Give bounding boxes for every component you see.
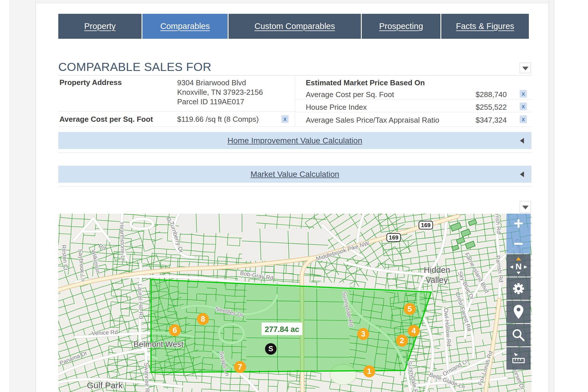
svg-text:7: 7: [238, 363, 242, 371]
avg-cost-value: $119.66 /sq ft (8 Comps): [177, 115, 259, 124]
remove-estimate-button[interactable]: x: [520, 103, 527, 110]
gear-icon: [511, 281, 526, 296]
estimate-row-label: Average Cost per Sq. Foot: [306, 90, 394, 99]
page-gutter-left: [9, 0, 36, 392]
svg-text:277.84 ac: 277.84 ac: [265, 325, 299, 334]
estimate-row-value: $288,740: [444, 90, 507, 99]
place-label: Belmont West: [134, 340, 183, 349]
svg-text:5: 5: [407, 305, 412, 313]
tab-prospecting[interactable]: Prospecting: [361, 14, 440, 39]
comp-marker-3[interactable]: 3: [357, 328, 369, 340]
location-button[interactable]: [506, 301, 531, 323]
svg-text:Wilkinson: Wilkinson: [90, 249, 101, 274]
avg-cost-label: Average Cost per Sq. Foot: [59, 115, 153, 124]
row-divider: [58, 111, 295, 111]
comp-marker-8[interactable]: 8: [197, 313, 209, 325]
measure-button[interactable]: [506, 347, 531, 370]
acreage-label: 277.84 ac: [262, 323, 302, 335]
svg-text:1: 1: [367, 367, 371, 376]
page-title: COMPARABLE SALES FOR: [58, 60, 211, 74]
comp-marker-1[interactable]: 1: [363, 365, 375, 377]
tab-facts-figures[interactable]: Facts & Figures: [440, 14, 529, 39]
svg-text:Rd: Rd: [98, 242, 107, 251]
home-improvement-label: Home Improvement Value Calculation: [58, 132, 531, 149]
estimate-row-value: $347,324: [444, 116, 507, 125]
comp-marker-2[interactable]: 2: [396, 335, 408, 347]
tab-bar: Property Comparables Custom Comparables …: [58, 14, 531, 39]
route-shield: 169: [419, 221, 433, 229]
property-address-value: 9304 Briarwood Blvd Knoxville, TN 37923-…: [177, 78, 263, 107]
svg-text:4: 4: [411, 327, 416, 335]
comp-marker-6[interactable]: 6: [169, 324, 181, 336]
tab-custom-comparables[interactable]: Custom Comparables: [228, 14, 361, 39]
search-map-button[interactable]: [506, 324, 531, 346]
zoom-control: + −: [506, 214, 531, 254]
svg-text:Laurel-Hill-Rd: Laurel-Hill-Rd: [137, 284, 144, 319]
page-top-strip: [36, 0, 549, 3]
svg-text:Dr: Dr: [165, 217, 173, 224]
place-label: Hidden: [424, 265, 450, 275]
svg-text:3: 3: [361, 330, 365, 338]
settings-button[interactable]: [506, 277, 531, 300]
row-divider: [295, 112, 531, 112]
svg-text:S: S: [268, 345, 273, 353]
property-address-label: Property Address: [59, 78, 122, 87]
comparables-map[interactable]: Middlebrook Pike NWBob-Gray RdSunnydale …: [58, 214, 531, 392]
page-gutter-right: [549, 0, 554, 392]
compass-control[interactable]: ◂ N ▸: [506, 254, 531, 277]
chevron-down-icon: [522, 206, 529, 209]
row-divider: [295, 99, 531, 99]
place-label: Valley: [426, 275, 448, 285]
svg-text:169: 169: [389, 234, 398, 241]
remove-estimate-button[interactable]: x: [520, 115, 527, 123]
route-shield: 169: [387, 233, 401, 242]
chevron-down-icon: [522, 67, 529, 70]
table-bottom-divider: [58, 126, 531, 127]
market-value-section[interactable]: Market Value Calculation: [58, 166, 531, 183]
svg-text:169: 169: [421, 222, 430, 228]
collapse-map-button[interactable]: [520, 201, 531, 213]
map-canvas: Middlebrook Pike NWBob-Gray RdSunnydale …: [58, 214, 531, 392]
subject-marker[interactable]: S: [265, 343, 276, 355]
tab-property[interactable]: Property: [58, 14, 142, 39]
market-value-label: Market Value Calculation: [58, 166, 531, 183]
estimate-row-label: Average Sales Price/Tax Appraisal Ratio: [306, 116, 439, 125]
comp-marker-7[interactable]: 7: [234, 361, 246, 373]
rotate-up-icon: [516, 257, 521, 260]
ruler-icon: [510, 350, 527, 366]
collapse-sales-button[interactable]: [520, 63, 531, 73]
tab-comparables[interactable]: Comparables: [142, 14, 228, 39]
location-pin-icon: [512, 304, 525, 319]
home-improvement-section[interactable]: Home Improvement Value Calculation: [58, 132, 531, 149]
estimate-row-value: $255,522: [444, 103, 507, 112]
rotate-down-icon: [517, 272, 521, 274]
zoom-in-button[interactable]: +: [506, 214, 531, 233]
section-divider: [58, 152, 531, 153]
remove-estimate-button[interactable]: x: [520, 90, 527, 98]
comp-marker-5[interactable]: 5: [404, 303, 416, 315]
map-toolbar: + − ◂ N ▸: [506, 214, 531, 370]
svg-text:6: 6: [173, 326, 177, 335]
section-divider: [58, 186, 531, 186]
svg-text:8: 8: [201, 315, 205, 323]
chevron-left-icon: [520, 171, 524, 177]
place-label: Gulf Park: [87, 381, 123, 390]
svg-text:Parrish Rd: Parrish Rd: [494, 214, 502, 234]
estimates-header: Estimated Market Price Based On: [306, 78, 425, 87]
svg-text:Reston Ct: Reston Ct: [61, 244, 69, 271]
building-blocks: [450, 219, 477, 251]
svg-text:2: 2: [400, 336, 404, 345]
remove-avg-cost-button[interactable]: x: [281, 115, 289, 123]
comp-marker-4[interactable]: 4: [408, 325, 420, 337]
svg-text:Hearthstone-Ln: Hearthstone-Ln: [119, 222, 127, 262]
estimate-row-label: House Price Index: [306, 103, 367, 112]
svg-text:Saybrook-Ln: Saybrook-Ln: [77, 249, 86, 282]
svg-text:Swannee Rd: Swannee Rd: [143, 362, 151, 392]
search-icon: [511, 328, 526, 343]
zoom-out-button[interactable]: −: [506, 234, 531, 253]
chevron-left-icon: [520, 138, 524, 144]
column-divider: [295, 76, 295, 126]
